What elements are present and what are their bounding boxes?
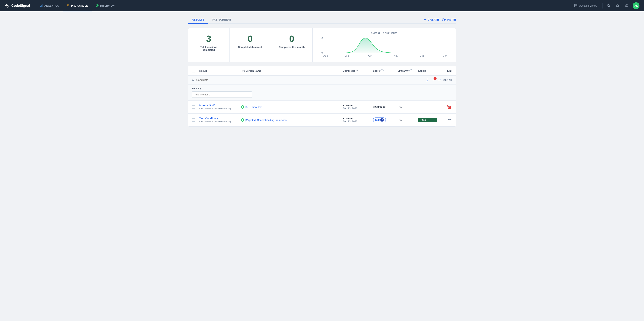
plus-icon (424, 18, 426, 21)
row1-date: Sep 23, 2023 (343, 107, 373, 110)
row1-candidate-name[interactable]: Monica Swift (199, 104, 241, 107)
svg-rect-3 (41, 5, 42, 7)
row1-score: 1200/1200 (373, 105, 398, 109)
search-icon (607, 4, 610, 7)
table-row: Monica Swift testcandidatedesco+seicodes… (188, 100, 456, 114)
table-card: Result Pre-Screen Name Completed Score i… (188, 66, 456, 127)
nav-item-interview[interactable]: INTERVIEW (92, 0, 118, 11)
pass-badge: Pass (418, 118, 437, 122)
question-library-label: Question Library (579, 4, 597, 7)
svg-point-10 (97, 5, 98, 6)
th-link: Link (437, 69, 452, 72)
sort-asc-icon[interactable] (438, 79, 441, 81)
logo[interactable]: CodeSignal (4, 3, 30, 8)
codesignal-logo-icon (4, 3, 10, 8)
shield-icon-2 (242, 119, 244, 121)
chart-title: OVERALL COMPLETED (318, 32, 450, 34)
avatar[interactable]: AL (633, 2, 640, 9)
row2-candidate: Test Candidate testcandidatedesco+seicod… (199, 117, 241, 123)
th-result: Result (199, 69, 241, 72)
nav-label-interview: INTERVIEW (100, 4, 115, 7)
svg-text:?: ? (626, 5, 628, 7)
create-button[interactable]: CREATE (424, 18, 439, 21)
similarity-info-icon[interactable]: i (410, 69, 412, 72)
row2-date: Sep 23, 2023 (343, 120, 373, 123)
clear-button[interactable]: CLEAR (443, 79, 452, 81)
svg-rect-2 (40, 6, 40, 7)
row2-candidate-name[interactable]: Test Candidate (199, 117, 241, 120)
svg-text:Dec: Dec (420, 55, 424, 57)
svg-rect-4 (42, 4, 42, 7)
row2-score-highlighted: 600 ✓ (373, 117, 386, 122)
bell-btn[interactable] (614, 3, 620, 9)
help-icon: ? (625, 4, 628, 7)
circle-icon (96, 4, 99, 7)
download-icon[interactable] (425, 78, 429, 82)
row1-prescreen-link[interactable]: D.E. Shaw Test (241, 105, 343, 109)
nav-item-prescreen[interactable]: PRE-SCREEN (63, 0, 92, 11)
row1-completed: 12:57am Sep 23, 2023 (343, 104, 373, 110)
svg-text:Oct: Oct (368, 55, 372, 57)
chart-wrapper: 2 1 0 Aug Sep (318, 36, 450, 58)
row2-checkbox[interactable] (192, 118, 195, 122)
row2-candidate-email: testcandidatedesco+seicodesign... (199, 120, 241, 123)
svg-text:Nov: Nov (394, 55, 398, 57)
row1-prescreen-icon (241, 105, 244, 109)
row1-candidate-email: testcandidatedesco+seicodesign... (199, 107, 241, 110)
sentby-row: Sent By (188, 84, 456, 100)
question-library-btn[interactable]: Question Library (572, 3, 599, 8)
svg-marker-1 (6, 5, 8, 6)
invite-button[interactable]: INVITE (442, 18, 456, 21)
th-checkbox (192, 69, 199, 72)
row1-score-value: 1200/1200 (373, 105, 386, 108)
stat-month-number: 0 (278, 34, 305, 43)
chart-area: OVERALL COMPLETED 2 1 0 (312, 28, 456, 62)
stat-total-label: Total sessions completed (196, 46, 222, 51)
svg-rect-7 (68, 5, 68, 6)
row1-prescreen: D.E. Shaw Test (241, 105, 343, 109)
table-row: Test Candidate testcandidatedesco+seicod… (188, 114, 456, 127)
sentby-input[interactable] (192, 91, 252, 98)
row1-link (437, 105, 452, 109)
nav-items: ANALYTICS PRE-SCREEN INTERVI (36, 0, 118, 11)
bell-icon (616, 4, 619, 7)
row2-completed: 12:43am Sep 23, 2023 (343, 117, 373, 123)
help-btn[interactable]: ? (624, 3, 630, 9)
th-completed[interactable]: Completed (343, 69, 373, 72)
tab-results[interactable]: RESULTS (188, 16, 208, 23)
link-icon-2[interactable] (448, 118, 452, 121)
nav-item-analytics[interactable]: ANALYTICS (36, 0, 63, 11)
filter-search-icon (192, 78, 195, 81)
shield-icon (242, 106, 244, 108)
search-btn[interactable] (606, 3, 612, 9)
candidate-search-input[interactable] (196, 78, 253, 81)
verified-badge: ✓ (380, 118, 384, 122)
question-library-icon (574, 4, 578, 7)
stat-month-label: Completed this month (278, 46, 305, 48)
row2-score: 600 ✓ (373, 117, 398, 122)
row2-prescreen-link[interactable]: [Migrated] General Coding Framework (241, 118, 343, 122)
stat-total-sessions: 3 Total sessions completed (188, 28, 230, 62)
sort-icon (356, 70, 358, 72)
row1-checkbox[interactable] (192, 105, 195, 109)
score-info-icon[interactable]: i (380, 69, 384, 72)
filter-row: 1 CLEAR (188, 76, 456, 84)
bar-chart-icon (40, 4, 43, 7)
svg-rect-36 (426, 81, 428, 81)
filter-actions: 1 CLEAR (425, 78, 452, 82)
th-labels: Labels (418, 69, 437, 72)
th-score: Score i (373, 69, 398, 72)
row2-time: 12:43am (343, 117, 373, 120)
row-checkbox-1 (192, 105, 199, 109)
select-all-checkbox[interactable] (192, 69, 195, 72)
row2-similarity: Low (398, 119, 418, 121)
logo-text: CodeSignal (11, 4, 30, 8)
row2-prescreen-icon (241, 118, 244, 122)
nav-label-prescreen: PRE-SCREEN (71, 4, 88, 7)
link-icon[interactable] (448, 105, 452, 108)
tab-prescreens[interactable]: PRE-SCREENS (208, 16, 235, 23)
stats-card: 3 Total sessions completed 0 Completed t… (188, 28, 456, 62)
svg-line-16 (609, 6, 610, 7)
svg-line-35 (194, 80, 194, 81)
nav-divider (602, 3, 602, 8)
